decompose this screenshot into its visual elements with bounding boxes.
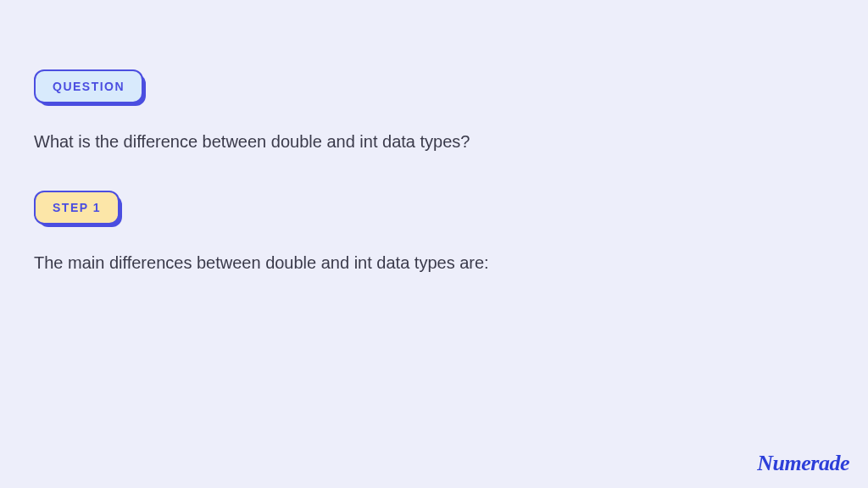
numerade-logo: Numerade xyxy=(757,451,849,476)
question-badge-wrapper: QUESTION xyxy=(34,69,143,103)
step-badge-wrapper: STEP 1 xyxy=(34,191,120,225)
main-content: QUESTION What is the difference between … xyxy=(0,0,868,273)
question-text: What is the difference between double an… xyxy=(34,132,834,152)
step-text: The main differences between double and … xyxy=(34,253,834,273)
step-section: STEP 1 The main differences between doub… xyxy=(34,191,834,273)
question-badge: QUESTION xyxy=(34,69,143,103)
step-badge: STEP 1 xyxy=(34,191,120,225)
